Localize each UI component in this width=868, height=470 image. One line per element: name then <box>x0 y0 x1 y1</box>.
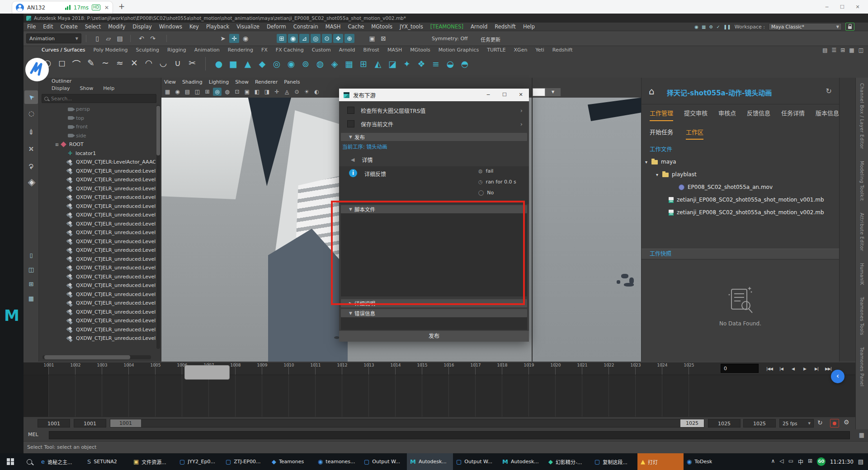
window-control-button[interactable]: ✕ <box>850 4 865 10</box>
outliner-row[interactable]: QXDW_CTJELR_unreduced:LevelActor <box>39 220 156 229</box>
statusline-icon[interactable]: ⚙ <box>709 24 713 29</box>
menu-set-select[interactable]: Animation ▼ <box>26 33 81 43</box>
playback-button[interactable]: |◀ <box>776 364 787 373</box>
checkbox[interactable] <box>347 120 354 127</box>
panel-toggle-icon[interactable]: ⊞ <box>840 47 845 53</box>
panel-subtab[interactable]: 工作区 <box>686 127 703 140</box>
loop-toggle-icon[interactable]: ↻ <box>817 419 823 426</box>
camera-select[interactable]: ▼ <box>533 88 561 96</box>
shelf-tab[interactable]: TURTLE <box>487 47 505 53</box>
expand-toggle-icon[interactable]: ▾ <box>656 172 662 177</box>
panel-subtab[interactable]: 开始任务 <box>650 127 673 140</box>
viewport-canvas[interactable] <box>533 98 641 362</box>
shelf-tab[interactable]: XGen <box>514 47 528 53</box>
tray-icon[interactable]: ◁ <box>779 458 783 465</box>
viewport-secondary[interactable]: ▼ <box>532 78 641 362</box>
expand-toggle-icon[interactable]: ▾ <box>645 160 651 164</box>
statusline-icon[interactable]: ✓ <box>717 24 720 29</box>
chevron-right-icon[interactable]: › <box>520 107 523 114</box>
check-save-row[interactable]: 保存当前文件 › <box>339 118 529 130</box>
viewport-toolbar-icon[interactable]: ⊙ <box>292 88 301 96</box>
outliner-row[interactable]: QXDW_CTJELR_unreduced:LevelActor <box>39 228 156 237</box>
shelf-tool-icon[interactable]: ◓ <box>459 59 471 69</box>
tool-button[interactable]: ▣ <box>24 176 38 190</box>
outliner-row[interactable]: QXDW_CTJELR_unreduced:LevelActor <box>39 299 156 308</box>
shelf-tab[interactable]: Rendering <box>228 47 253 53</box>
animation-preferences-icon[interactable]: ⚙ <box>844 418 849 426</box>
viewport-toolbar-icon[interactable]: ▦ <box>163 88 172 96</box>
file-tree-row[interactable]: zetianji_EP008_SC02_shot055a_shot_motion… <box>642 206 839 219</box>
publish-section-header[interactable]: ▼ 发布 <box>341 133 527 141</box>
outliner-hscrollbar[interactable] <box>42 355 151 359</box>
shelf-tab[interactable]: Yeti <box>535 47 544 53</box>
shelf-tool-icon[interactable]: ❖ <box>415 59 427 69</box>
tray-icon[interactable]: 中 <box>798 458 803 465</box>
outliner-search-input[interactable]: Search... <box>42 94 156 103</box>
fps-select[interactable]: 25 fps ▼ <box>779 419 814 428</box>
outliner-row[interactable]: QXDW_CTJELR_unreduced:LevelActor <box>39 246 156 255</box>
menu-item[interactable]: File <box>27 24 36 30</box>
maya-title-bar[interactable]: Autodesk Maya 2018: P:\zetianji\work\sho… <box>24 14 868 23</box>
menu-item[interactable]: Constrain <box>293 24 318 30</box>
shelf-tool-icon[interactable]: ≈ <box>114 58 126 70</box>
file-tree-row[interactable]: ▾ maya <box>642 155 839 168</box>
viewport-toolbar-icon[interactable]: ☀ <box>302 88 311 96</box>
taskbar-app[interactable]: ▢ Output W... <box>361 453 407 470</box>
viewport-toolbar-icon[interactable]: ▣ <box>243 88 251 96</box>
shelf-tool-icon[interactable]: ◆ <box>256 59 268 69</box>
menu-item[interactable]: Create <box>61 24 78 30</box>
viewport-menu-item[interactable]: Shading <box>182 79 203 85</box>
sidebar-vertical-tab[interactable]: Teamones Panel <box>859 347 864 386</box>
viewport-toolbar-icon[interactable]: ◉ <box>173 88 182 96</box>
time-slider-track[interactable] <box>24 375 855 417</box>
outliner-row[interactable]: QXDW_CTJELR_unreduced:LevelActor <box>39 193 156 202</box>
statusline-icon[interactable]: ◉ <box>694 24 698 29</box>
menu-item[interactable]: Edit <box>43 24 53 30</box>
taskbar-search-button[interactable] <box>21 453 38 470</box>
tool-button[interactable]: ✎ <box>24 125 38 138</box>
taskbar-app[interactable]: ◆ Teamones <box>269 453 315 470</box>
outliner-menu-item[interactable]: Help <box>103 85 114 91</box>
taskbar-app[interactable]: ▢ ZTJ-EP00... <box>222 453 269 470</box>
outliner-row[interactable]: QXDW_CTJELR_unreduced:LevelActor <box>39 308 156 317</box>
shelf-tool-icon[interactable]: ■ <box>227 59 239 69</box>
publish-button[interactable]: 发布 <box>339 331 529 342</box>
shelf-tool-icon[interactable]: ◭ <box>372 59 384 69</box>
dialog-title-bar[interactable]: 发布下游 ─☐✕ <box>339 89 529 101</box>
viewport-toolbar-icon[interactable]: ◎ <box>213 88 222 96</box>
layout-button[interactable]: ▯ <box>25 249 37 260</box>
auto-key-toggle[interactable] <box>830 419 839 428</box>
viewport-toolbar-icon[interactable]: ⊡ <box>233 88 241 96</box>
range-end-handle[interactable]: 1025 <box>680 419 704 427</box>
shelf-tab[interactable]: Bifrost <box>363 47 379 53</box>
notification-icon[interactable]: ▤ <box>858 458 863 465</box>
checkbox[interactable] <box>347 107 354 114</box>
shelf-tab[interactable]: MASH <box>387 47 402 53</box>
taskbar-app[interactable]: ◆ 幻影精分-... <box>545 453 591 470</box>
file-tool-icon[interactable]: ▯ <box>92 34 102 43</box>
snap-icon[interactable]: ❖ <box>333 34 343 43</box>
playback-button[interactable]: ◀ <box>788 364 798 373</box>
shelf-tab[interactable]: Poly Modeling <box>94 47 128 53</box>
teamones-logo[interactable] <box>24 57 50 84</box>
taskbar-app[interactable]: ▢ 复制这段... <box>591 453 637 470</box>
outliner-row[interactable]: QXDW_CTJELR_unreduced:LevelActor <box>39 184 156 193</box>
shelf-tool-icon[interactable]: ✂ <box>186 58 198 70</box>
outliner-row[interactable]: QXDW_CTJELR_unreduced:LevelActor <box>39 316 156 325</box>
snap-icon[interactable]: ⊞ <box>277 34 287 43</box>
shelf-tab[interactable]: FX <box>261 47 268 53</box>
task-update-button[interactable]: 任务更新 <box>481 36 500 43</box>
camera-select-field[interactable] <box>533 88 545 96</box>
file-tree-row[interactable]: ▾ playblast <box>642 168 839 181</box>
shelf-tool-icon[interactable]: ● <box>213 59 225 69</box>
shelf-tab[interactable]: Motion Graphics <box>439 47 479 53</box>
animation-start-field[interactable]: 1001 <box>38 419 70 428</box>
outliner-row[interactable]: QXDW_CTJELR_unreduced:LevelActor <box>39 325 156 334</box>
dialog-window-button[interactable]: ✕ <box>513 89 529 101</box>
outliner-row[interactable]: QXDW_CTJELR_unreduced:LevelActor <box>39 334 156 343</box>
shelf-tab[interactable]: Redshift <box>552 47 573 53</box>
undo-redo-icon[interactable]: ↶ <box>137 34 146 43</box>
outliner-menu-item[interactable]: Show <box>80 85 94 91</box>
tool-button[interactable]: ↻ <box>24 159 38 173</box>
script-editor-icon[interactable]: ▦ <box>859 432 864 438</box>
